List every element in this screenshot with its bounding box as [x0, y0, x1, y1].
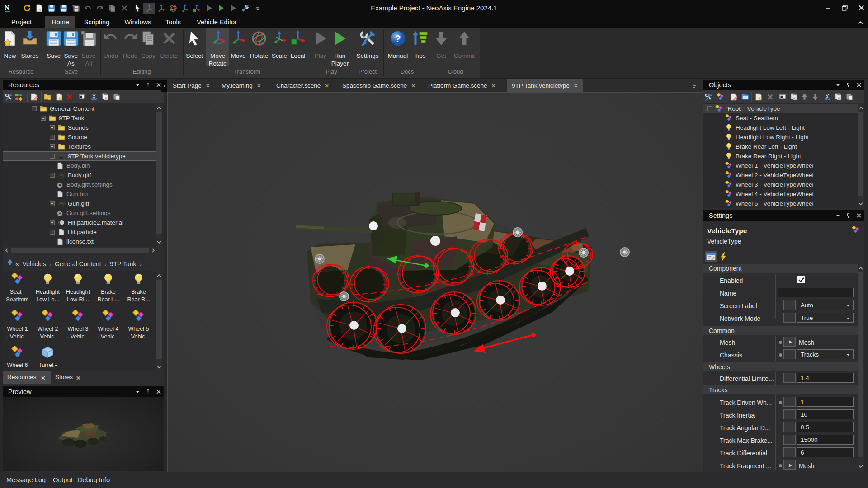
svg-text:?: ?: [395, 33, 401, 44]
